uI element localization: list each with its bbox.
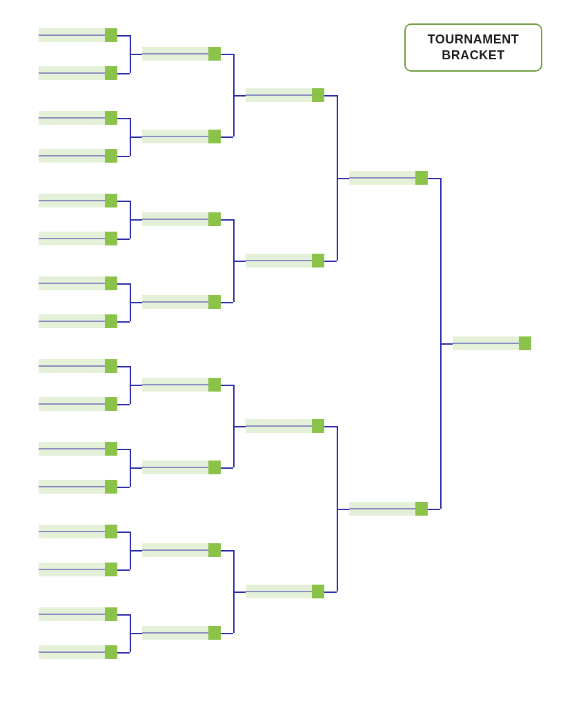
connector <box>233 261 246 262</box>
bracket-slot-r1-5[interactable] <box>39 194 117 208</box>
bracket-slot-winner[interactable] <box>453 336 531 350</box>
connector <box>117 239 130 240</box>
connector <box>117 156 130 157</box>
connector <box>117 366 130 367</box>
bracket-slot-r2-4[interactable] <box>142 295 221 309</box>
connector <box>130 385 142 386</box>
connector <box>233 426 246 427</box>
connector <box>130 467 142 469</box>
bracket-slot-r3-1[interactable] <box>246 88 324 102</box>
bracket-slot-r1-14[interactable] <box>39 563 117 576</box>
bracket-slot-r1-3[interactable] <box>39 111 117 125</box>
bracket-slot-r3-2[interactable] <box>246 254 324 267</box>
connector <box>428 509 440 510</box>
connector <box>117 614 130 616</box>
bracket-slot-r1-1[interactable] <box>39 28 117 42</box>
connector <box>117 652 130 654</box>
bracket-slot-r1-15[interactable] <box>39 607 117 621</box>
connector <box>221 219 233 221</box>
title-box: TOURNAMENT BRACKET <box>404 23 542 72</box>
bracket-slot-r4-2[interactable] <box>349 502 428 516</box>
connector <box>324 261 337 262</box>
bracket-slot-r4-1[interactable] <box>349 171 428 185</box>
connector <box>440 343 453 345</box>
bracket-slot-r1-4[interactable] <box>39 149 117 163</box>
connector <box>130 633 142 634</box>
connector <box>233 592 246 593</box>
bracket-slot-r3-3[interactable] <box>246 419 324 433</box>
connector <box>117 201 130 202</box>
connector <box>324 95 337 97</box>
bracket-slot-r1-2[interactable] <box>39 66 117 80</box>
title-text: TOURNAMENT BRACKET <box>406 32 541 64</box>
bracket-slot-r1-11[interactable] <box>39 442 117 456</box>
connector <box>337 509 349 510</box>
connector <box>117 404 130 405</box>
bracket-slot-r3-4[interactable] <box>246 585 324 598</box>
bracket-slot-r2-2[interactable] <box>142 130 221 143</box>
connector <box>428 178 440 179</box>
connector <box>130 136 142 138</box>
connector <box>130 302 142 303</box>
connector <box>221 54 233 55</box>
connector <box>130 219 142 221</box>
connector <box>233 95 246 97</box>
bracket-slot-r1-6[interactable] <box>39 232 117 245</box>
connector <box>117 487 130 488</box>
bracket-slot-r1-16[interactable] <box>39 645 117 659</box>
bracket-slot-r2-8[interactable] <box>142 626 221 640</box>
connector <box>221 136 233 138</box>
connector <box>130 550 142 552</box>
bracket-slot-r2-1[interactable] <box>142 47 221 61</box>
connector <box>221 302 233 303</box>
connector <box>117 73 130 74</box>
bracket-slot-r1-13[interactable] <box>39 525 117 538</box>
connector <box>117 118 130 119</box>
connector <box>117 35 130 37</box>
bracket-slot-r2-3[interactable] <box>142 212 221 226</box>
bracket-slot-r1-12[interactable] <box>39 480 117 494</box>
connector <box>117 283 130 285</box>
connector <box>130 54 142 55</box>
connector <box>324 592 337 593</box>
connector <box>221 550 233 552</box>
connector <box>221 385 233 386</box>
connector <box>221 633 233 634</box>
bracket-slot-r2-7[interactable] <box>142 543 221 557</box>
bracket-slot-r1-9[interactable] <box>39 359 117 373</box>
connector <box>117 532 130 533</box>
bracket-slot-r2-6[interactable] <box>142 461 221 474</box>
connector <box>117 321 130 323</box>
bracket-slot-r1-7[interactable] <box>39 276 117 290</box>
connector <box>117 569 130 571</box>
connector <box>221 467 233 469</box>
connector <box>337 178 349 179</box>
bracket-slot-r1-8[interactable] <box>39 314 117 328</box>
connector <box>117 449 130 450</box>
bracket-slot-r2-5[interactable] <box>142 378 221 392</box>
bracket-slot-r1-10[interactable] <box>39 397 117 411</box>
connector <box>324 426 337 427</box>
